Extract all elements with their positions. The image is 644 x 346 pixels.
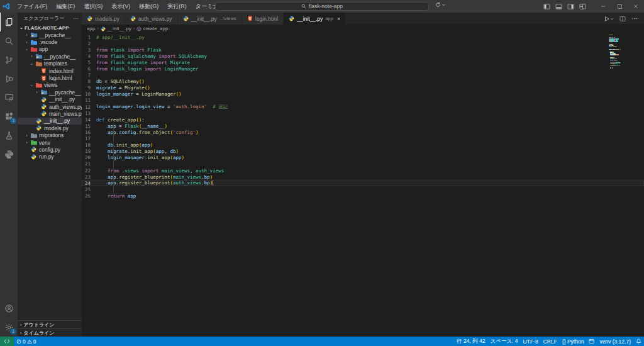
tree-root-flask-note-app[interactable]: ⌄ FLASK-NOTE-APP (18, 24, 82, 31)
tree-item--pycache-[interactable]: ›__pycache__ (18, 31, 82, 38)
activity-python-button[interactable] (0, 145, 18, 164)
tree-item--pycache-[interactable]: ›__pycache__ (18, 89, 82, 96)
tree-item--init-py[interactable]: __init__.py (18, 118, 82, 125)
tree-item-app[interactable]: ⌄app (18, 46, 82, 53)
line-number: 23 (82, 174, 96, 180)
tab-label: models.py (95, 16, 119, 22)
breadcrumb: app›__init__.py›create_app (82, 25, 644, 33)
activity-account-button[interactable] (0, 299, 18, 318)
status-indentation[interactable]: スペース: 4 (488, 337, 521, 346)
tree-item--pycache-[interactable]: ›__pycache__ (18, 53, 82, 60)
nav-back-icon[interactable]: ← (195, 3, 201, 10)
section-timeline[interactable]: ›タイムライン (18, 328, 82, 337)
tree-item-config-py[interactable]: config.py (18, 146, 82, 153)
file-tree: ›__pycache__›.vscode⌄app›__pycache__⌄tem… (18, 31, 82, 160)
html-file-icon (247, 16, 253, 21)
toggle-panel-icon[interactable] (555, 3, 562, 10)
search-icon (301, 4, 306, 9)
section-outline[interactable]: ›アウトライン (18, 320, 82, 328)
status-browser-icon[interactable] (586, 337, 597, 346)
tree-item-label: __pycache__ (49, 89, 81, 96)
tab--init-py-views[interactable]: __init__.py...\views (178, 13, 242, 25)
activity-explorer-button[interactable] (0, 13, 18, 31)
line-text: # app/__init__.py (96, 35, 145, 40)
menu-item-0[interactable]: ファイル(F) (13, 0, 52, 13)
line-number: 3 (82, 47, 96, 53)
line-number: 25 (82, 187, 96, 193)
tab-close-icon[interactable]: × (337, 16, 340, 22)
menu-item-5[interactable]: 実行(R) (163, 0, 191, 13)
chevron-down-icon (441, 3, 446, 7)
line-number: 4 (82, 53, 96, 59)
tab-login-html[interactable]: login.html (242, 13, 284, 25)
tab--init-py-app[interactable]: __init__.pyapp× (284, 13, 346, 25)
tree-item-models-py[interactable]: models.py (18, 125, 82, 131)
line-number: 13 (82, 111, 96, 116)
python-file-icon (31, 153, 37, 160)
workspace-name: flask-note-app (309, 3, 343, 9)
tree-item--vscode[interactable]: ›.vscode (18, 38, 82, 45)
nav-forward-icon[interactable]: → (208, 3, 214, 10)
status-language-mode[interactable]: {} Python (560, 337, 587, 346)
section-label: アウトライン (23, 321, 54, 328)
activity-settings-button[interactable]: 1 (0, 318, 18, 337)
status-notifications-icon[interactable] (633, 337, 644, 346)
menu-item-3[interactable]: 表示(V) (107, 0, 135, 13)
activity-remote-explorer-button[interactable] (0, 88, 18, 107)
activity-search-button[interactable] (0, 31, 18, 50)
line-text: app.config.from_object('config') (96, 130, 199, 135)
customize-layout-icon[interactable] (579, 3, 586, 10)
search-icon (4, 36, 14, 46)
chevron-down-icon: ⌄ (30, 82, 34, 87)
split-editor-icon[interactable] (619, 16, 626, 22)
python-file-icon (130, 16, 136, 21)
code-editor[interactable]: 1# app/__init__.py23from flask import Fl… (82, 33, 644, 337)
tab-models-py[interactable]: models.py (82, 13, 125, 25)
tree-item--init-py[interactable]: __init__.py (18, 96, 82, 103)
status-python-interpreter[interactable]: venv (3.12.7) (597, 337, 633, 346)
tree-item-login-html[interactable]: login.html (18, 74, 82, 81)
activity-testing-button[interactable] (0, 126, 18, 145)
breadcrumb-app[interactable]: app (87, 26, 95, 31)
sidebar-more-icon[interactable]: ⋯ (73, 16, 78, 21)
code-line-8: 8db = SQLAlchemy() (82, 79, 644, 85)
error-count: 0 (23, 338, 26, 345)
command-center-search[interactable]: flask-note-app (215, 2, 429, 11)
remote-indicator-button[interactable] (0, 337, 14, 346)
tree-item-migrations[interactable]: ›migrations (18, 131, 82, 138)
folder-icon (31, 132, 37, 138)
breadcrumb-create-app[interactable]: create_app (136, 26, 168, 31)
tree-item-index-html[interactable]: index.html (18, 67, 82, 74)
menu-item-2[interactable]: 選択(S) (79, 0, 107, 13)
minimize-button[interactable] (595, 0, 611, 13)
activity-run-debug-button[interactable] (0, 69, 18, 88)
problems-button[interactable]: 0 0 (14, 337, 38, 346)
run-python-file-button[interactable] (604, 16, 614, 22)
toggle-sidebar-left-icon[interactable] (543, 3, 550, 10)
activity-extensions-button[interactable]: 3 (0, 107, 18, 126)
tree-item-templates[interactable]: ⌄templates (18, 60, 82, 67)
status-eol[interactable]: CRLF (541, 337, 560, 346)
close-button[interactable] (628, 0, 644, 13)
tab-auth-views-py[interactable]: auth_views.py (125, 13, 178, 25)
status-cursor-position[interactable]: 行 24, 列 42 (454, 337, 487, 346)
status-encoding[interactable]: UTF-8 (521, 337, 541, 346)
session-sync-button[interactable] (435, 2, 446, 8)
tree-item-venv[interactable]: ›venv (18, 139, 82, 146)
more-actions-icon[interactable]: ⋯ (631, 17, 638, 21)
menu-item-1[interactable]: 編集(E) (52, 0, 79, 13)
minimap[interactable] (609, 35, 634, 69)
tree-item-run-py[interactable]: run.py (18, 153, 82, 160)
breadcrumb--init-py[interactable]: __init__.py (101, 26, 131, 31)
chevron-down-icon: ⌄ (25, 47, 29, 52)
menu-item-4[interactable]: 移動(G) (135, 0, 163, 13)
tree-item-auth-views-py[interactable]: auth_views.py (18, 103, 82, 110)
activity-source-control-button[interactable] (0, 50, 18, 69)
maximize-button[interactable] (611, 0, 628, 13)
toggle-sidebar-right-icon[interactable] (567, 3, 574, 10)
tree-item-views[interactable]: ⌄views (18, 82, 82, 89)
python-file-icon (183, 16, 189, 21)
tree-item-label: .vscode (39, 39, 57, 45)
tree-item-label: index.html (49, 68, 74, 74)
tree-item-main-views-py[interactable]: main_views.py (18, 110, 82, 117)
